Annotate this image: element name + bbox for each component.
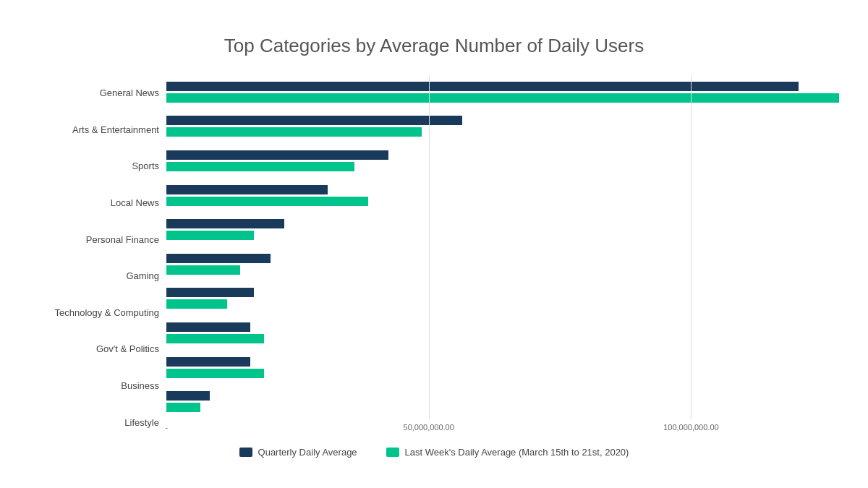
plot-area: -50,000,000.00100,000,000.00	[166, 75, 839, 441]
bar-quarterly	[166, 185, 328, 194]
bar-group	[166, 251, 839, 277]
bar-row-lastweek	[166, 403, 839, 413]
bar-row-lastweek	[166, 231, 839, 241]
legend: Quarterly Daily Average Last Week's Dail…	[29, 447, 839, 461]
bar-row-quarterly	[166, 81, 839, 91]
bar-lastweek	[166, 127, 422, 137]
bar-row-quarterly	[166, 288, 839, 298]
bar-row-lastweek	[166, 333, 839, 343]
bar-row-lastweek	[166, 265, 839, 275]
x-tick: -	[165, 423, 168, 432]
bar-group	[166, 79, 839, 105]
bar-quarterly	[166, 82, 799, 91]
y-label: General News	[29, 80, 159, 106]
bar-row-quarterly	[166, 253, 839, 263]
bar-lastweek	[166, 403, 200, 412]
bar-row-quarterly	[166, 391, 839, 401]
quarterly-swatch	[239, 448, 252, 457]
bar-row-quarterly	[166, 150, 839, 160]
x-tick: 50,000,000.00	[404, 423, 454, 432]
bar-lastweek	[166, 197, 368, 206]
bar-quarterly	[166, 391, 210, 401]
lastweek-swatch	[386, 448, 399, 457]
bar-group	[166, 354, 839, 380]
bar-quarterly	[166, 150, 388, 160]
bar-lastweek	[166, 334, 264, 343]
bar-row-lastweek	[166, 161, 839, 171]
bar-quarterly	[166, 254, 271, 263]
bar-lastweek	[166, 299, 227, 309]
bar-quarterly	[166, 357, 250, 367]
y-label: Lifestyle	[29, 409, 159, 435]
bar-row-quarterly	[166, 116, 839, 126]
bar-lastweek	[166, 265, 240, 275]
bar-row-quarterly	[166, 356, 839, 367]
lastweek-label: Last Week's Daily Average (March 15th to…	[405, 447, 629, 458]
bar-row-lastweek	[166, 299, 839, 309]
bar-lastweek	[166, 231, 254, 240]
y-axis: General NewsArts & EntertainmentSportsLo…	[29, 75, 166, 441]
bar-row-lastweek	[166, 196, 839, 206]
x-axis: -50,000,000.00100,000,000.00	[166, 419, 839, 441]
bar-group	[166, 320, 839, 346]
quarterly-label: Quarterly Daily Average	[258, 447, 357, 458]
bar-row-quarterly	[166, 184, 839, 194]
bar-row-lastweek	[166, 368, 839, 378]
bar-lastweek	[166, 162, 354, 171]
legend-item-quarterly: Quarterly Daily Average	[239, 447, 357, 458]
y-label: Personal Finance	[29, 226, 159, 252]
legend-item-lastweek: Last Week's Daily Average (March 15th to…	[386, 447, 629, 458]
y-label: Gaming	[29, 263, 159, 289]
bar-quarterly	[166, 219, 284, 228]
bar-row-quarterly	[166, 219, 839, 229]
y-label: Business	[29, 373, 159, 399]
y-label: Gov't & Politics	[29, 336, 159, 362]
bar-row-lastweek	[166, 93, 839, 103]
bar-group	[166, 114, 839, 140]
chart-body: General NewsArts & EntertainmentSportsLo…	[29, 75, 839, 441]
bar-group	[166, 217, 839, 243]
y-label: Arts & Entertainment	[29, 116, 159, 142]
bar-quarterly	[166, 288, 254, 297]
x-tick: 100,000,000.00	[663, 423, 718, 432]
bar-row-quarterly	[166, 322, 839, 332]
chart-container: Top Categories by Average Number of Dail…	[14, 13, 854, 476]
bar-lastweek	[166, 93, 839, 103]
y-label: Sports	[29, 153, 159, 179]
y-label: Technology & Computing	[29, 299, 159, 325]
bar-row-lastweek	[166, 127, 839, 137]
y-label: Local News	[29, 190, 159, 216]
bar-group	[166, 389, 839, 415]
bar-quarterly	[166, 116, 462, 125]
bar-group	[166, 147, 839, 174]
bar-lastweek	[166, 369, 264, 378]
bar-quarterly	[166, 322, 250, 332]
bar-group	[166, 286, 839, 312]
chart-title: Top Categories by Average Number of Dail…	[29, 35, 839, 57]
bars-area	[166, 75, 839, 419]
bar-group	[166, 182, 839, 208]
